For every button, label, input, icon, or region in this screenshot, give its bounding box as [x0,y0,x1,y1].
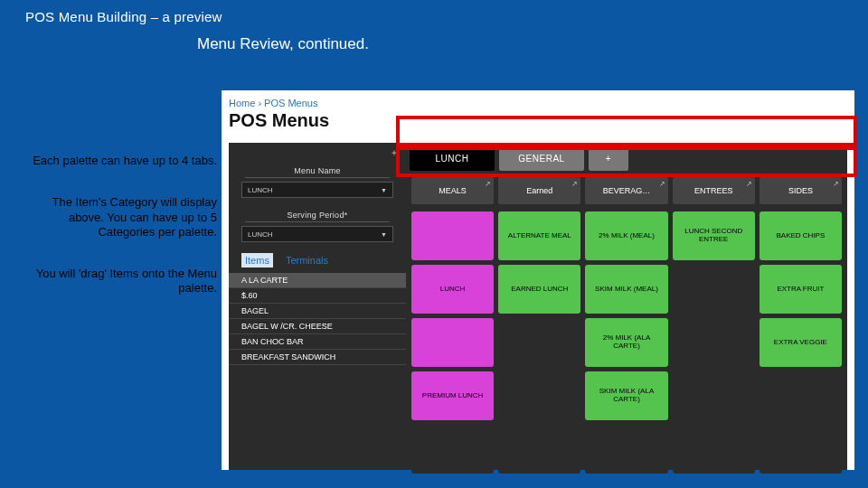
palette-area: LUNCH GENERAL + MEALS↗ Earned↗ BEVERAG…↗… [406,143,847,470]
expand-icon: ↗ [571,180,578,188]
app-screenshot: Home › POS Menus POS Menus ＋ Menu Name L… [222,90,854,470]
category-label: BEVERAG… [603,186,651,195]
expand-icon: ↗ [746,180,752,188]
list-item[interactable]: $.60 [229,288,406,304]
annotation-3: You will 'drag' Items onto the Menu pale… [27,267,217,296]
category-tab[interactable]: BEVERAG…↗ [585,177,667,204]
menu-cell[interactable] [411,211,494,260]
menu-grid[interactable]: ALTERNATE MEAL2% MILK (MEAL)LUNCH SECOND… [406,211,847,470]
menu-cell[interactable]: SKIM MILK (ALA CARTE) [585,371,667,420]
menu-cell[interactable] [411,425,494,474]
category-tab[interactable]: MEALS↗ [411,177,494,204]
menu-cell[interactable]: 2% MILK (MEAL) [585,211,667,260]
serving-period-value: LUNCH [248,230,273,239]
category-row: MEALS↗ Earned↗ BEVERAG…↗ ENTREES↗ SIDES↗ [406,177,847,204]
menu-cell[interactable]: LUNCH SECOND ENTREE [673,211,755,260]
menu-name-value: LUNCH [248,186,273,194]
page-heading: POS Menus [222,110,854,136]
annotation-2: The Item's Category will display above. … [27,195,217,239]
breadcrumb[interactable]: Home › POS Menus [222,90,854,110]
category-label: ENTREES [694,186,733,195]
list-item[interactable]: BREAKFAST SANDWICH [229,350,406,365]
list-item[interactable]: BAN CHOC BAR [229,334,406,350]
annotation-column: Each palette can have up to 4 tabs. The … [27,154,217,324]
menu-cell[interactable]: EARNED LUNCH [498,265,580,314]
chevron-down-icon: ▼ [381,231,387,238]
serving-period-input[interactable]: LUNCH ▼ [241,226,393,242]
menu-cell[interactable] [760,371,842,420]
category-tab[interactable]: Earned↗ [498,177,580,204]
menu-cell[interactable]: 2% MILK (ALA CARTE) [585,318,667,367]
item-list: A LA CARTE $.60 BAGEL BAGEL W /CR. CHEES… [229,273,406,365]
list-item[interactable]: A LA CARTE [229,273,406,288]
menu-cell[interactable]: ALTERNATE MEAL [498,211,580,260]
annotation-1: Each palette can have up to 4 tabs. [27,154,217,168]
menu-cell[interactable]: LUNCH [411,265,494,314]
expand-icon: ↗ [659,180,665,188]
chevron-down-icon: ▼ [381,187,387,193]
category-label: SIDES [788,186,813,195]
menu-cell[interactable] [498,425,580,474]
palette-tab-add[interactable]: + [589,145,628,171]
add-icon[interactable]: ＋ [229,143,406,159]
list-item[interactable]: BAGEL [229,304,406,319]
palette-tabs: LUNCH GENERAL + [406,143,847,174]
palette-tab-general[interactable]: GENERAL [499,145,584,171]
slide-subheading: Menu Review, continued. [0,33,868,64]
menu-cell[interactable] [760,425,842,474]
items-tab[interactable]: Items [241,253,273,267]
editor-area: ＋ Menu Name LUNCH ▼ Serving Period* LUNC… [229,143,847,470]
slide-title: POS Menu Building – a preview [0,0,868,33]
category-label: Earned [526,186,552,195]
menu-cell[interactable] [498,318,580,367]
terminals-tab[interactable]: Terminals [282,253,332,267]
category-tab[interactable]: ENTREES↗ [673,177,755,204]
menu-cell[interactable] [411,318,494,367]
category-tab[interactable]: SIDES↗ [760,177,842,204]
menu-cell[interactable]: EXTRA FRUIT [760,265,842,314]
menu-cell[interactable] [673,371,755,420]
palette-tab-lunch[interactable]: LUNCH [410,145,495,171]
serving-period-label: Serving Period* [229,203,406,220]
menu-cell[interactable]: SKIM MILK (MEAL) [585,265,667,314]
expand-icon: ↗ [833,180,839,188]
menu-cell[interactable]: PREMIUM LUNCH [411,371,494,420]
menu-cell[interactable]: EXTRA VEGGIE [760,318,842,367]
list-item[interactable]: BAGEL W /CR. CHEESE [229,319,406,334]
menu-cell[interactable] [673,425,755,474]
menu-cell[interactable] [673,318,755,367]
category-label: MEALS [439,186,467,195]
menu-cell[interactable]: BAKED CHIPS [760,211,842,260]
expand-icon: ↗ [485,180,491,188]
menu-cell[interactable] [585,425,667,474]
menu-name-input[interactable]: LUNCH ▼ [241,182,393,198]
menu-cell[interactable] [673,265,755,314]
menu-name-label: Menu Name [229,159,406,175]
menu-cell[interactable] [498,371,580,420]
config-panel: ＋ Menu Name LUNCH ▼ Serving Period* LUNC… [229,143,406,470]
